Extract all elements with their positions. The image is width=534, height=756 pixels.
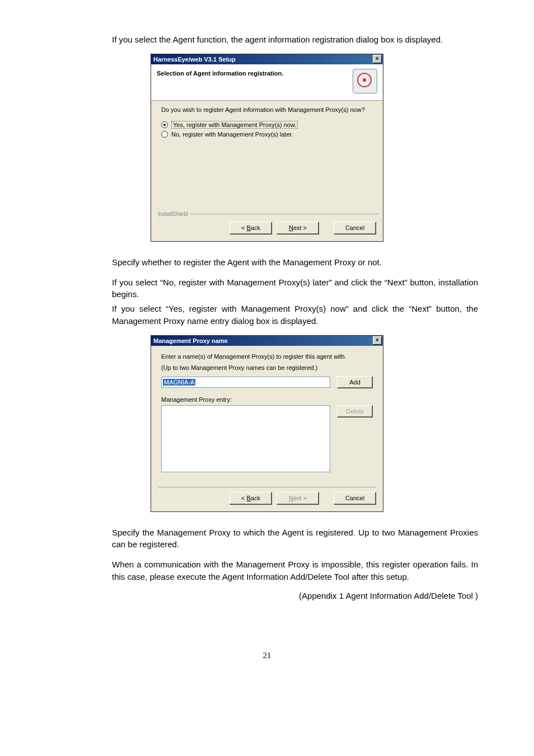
comm-fail-text: When a communication with the Management… bbox=[0, 558, 534, 583]
radio-option-no[interactable]: No, register with Management Proxy(s) la… bbox=[161, 131, 373, 138]
radio-label-no: No, register with Management Proxy(s) la… bbox=[171, 131, 293, 138]
if-no-text: If you select “No, register with Managem… bbox=[0, 276, 534, 301]
cancel-button[interactable]: Cancel bbox=[334, 492, 376, 505]
radio-icon bbox=[161, 121, 168, 128]
fieldset-label: InstallShield bbox=[156, 211, 190, 217]
add-button[interactable]: Add bbox=[337, 376, 373, 388]
radio-icon bbox=[161, 131, 168, 138]
cancel-button[interactable]: Cancel bbox=[334, 222, 376, 234]
dialog-heading: Selection of Agent information registrat… bbox=[157, 69, 283, 77]
back-button[interactable]: < Back bbox=[229, 492, 272, 505]
dialog-title: Management Proxy name bbox=[153, 337, 228, 344]
next-button: Next > bbox=[277, 492, 319, 505]
back-button[interactable]: < Back bbox=[229, 222, 272, 234]
dialog-title: HarnessEye/web V3.1 Setup bbox=[153, 56, 236, 63]
proxy-list-label: Management Proxy entry: bbox=[161, 396, 373, 403]
proxy-list[interactable] bbox=[161, 405, 330, 472]
proxy-instruction-1: Enter a name(s) of Management Proxy(s) t… bbox=[161, 353, 373, 360]
proxy-name-dialog: Management Proxy name × Enter a name(s) … bbox=[151, 335, 383, 512]
specify-register-text: Specify whether to register the Agent wi… bbox=[0, 256, 534, 269]
proxy-instruction-2: (Up to two Management Proxy names can be… bbox=[161, 364, 373, 372]
installer-logo-icon bbox=[353, 69, 377, 93]
proxy-name-input[interactable]: MAGNIA-A bbox=[161, 377, 330, 388]
delete-button[interactable]: Delete bbox=[337, 405, 373, 417]
page-number: 21 bbox=[0, 651, 534, 660]
dialog-question: Do you wish to register Agent informatio… bbox=[161, 106, 373, 113]
agent-registration-dialog: HarnessEye/web V3.1 Setup × Selection of… bbox=[151, 54, 383, 242]
radio-label-yes: Yes, register with Management Proxy(s) n… bbox=[171, 121, 298, 129]
close-icon[interactable]: × bbox=[373, 336, 382, 345]
next-button[interactable]: Next > bbox=[277, 222, 319, 234]
if-yes-text: If you select “Yes, register with Manage… bbox=[0, 303, 534, 327]
radio-option-yes[interactable]: Yes, register with Management Proxy(s) n… bbox=[161, 121, 373, 129]
intro-text: If you select the Agent function, the ag… bbox=[0, 34, 534, 46]
dialog-titlebar: HarnessEye/web V3.1 Setup × bbox=[151, 54, 383, 64]
dialog-titlebar: Management Proxy name × bbox=[151, 336, 383, 346]
close-icon[interactable]: × bbox=[373, 55, 382, 63]
specify-proxy-text: Specify the Management Proxy to which th… bbox=[0, 527, 534, 551]
appendix-ref: (Appendix 1 Agent Information Add/Delete… bbox=[0, 591, 534, 600]
proxy-name-value: MAGNIA-A bbox=[163, 379, 195, 386]
